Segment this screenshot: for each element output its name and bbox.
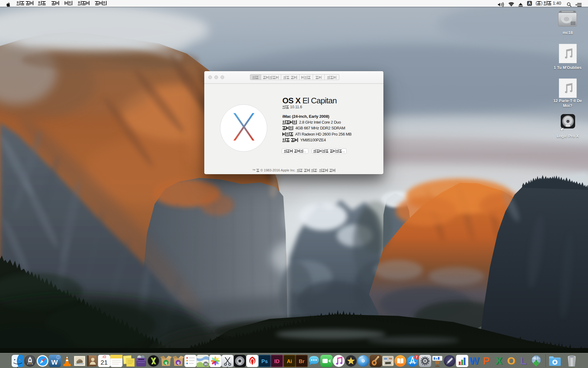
svg-text:q: q — [177, 360, 179, 365]
svg-text:q: q — [165, 360, 167, 365]
svg-text:W: W — [469, 355, 479, 366]
svg-text:ID: ID — [274, 358, 280, 364]
svg-text:3D: 3D — [204, 363, 208, 366]
svg-text:P: P — [483, 355, 490, 366]
svg-text:L: L — [520, 355, 527, 366]
svg-text:O: O — [507, 355, 515, 366]
svg-text:X: X — [496, 355, 503, 366]
svg-text:w: w — [51, 357, 58, 366]
svg-text:7: 7 — [416, 355, 417, 359]
svg-text:Ai: Ai — [287, 358, 292, 364]
svg-text:2: 2 — [102, 356, 104, 358]
svg-text:Ps: Ps — [262, 358, 268, 364]
svg-text:21: 21 — [100, 359, 107, 366]
svg-text:Br: Br — [299, 358, 305, 364]
